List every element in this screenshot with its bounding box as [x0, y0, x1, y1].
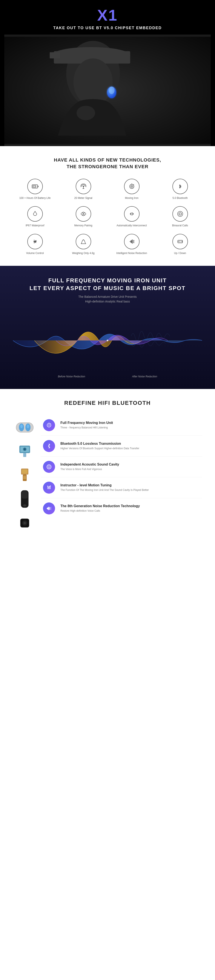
svg-rect-11	[38, 186, 39, 187]
svg-line-41	[133, 240, 134, 241]
svg-line-22	[133, 184, 134, 185]
hifi-features-list: Full Frequency Moving Iron Unit Three - …	[41, 415, 202, 535]
svg-point-88	[48, 487, 49, 487]
svg-point-82	[48, 466, 50, 468]
svg-point-55	[20, 424, 23, 428]
svg-point-9	[109, 87, 115, 94]
svg-point-6	[74, 58, 113, 106]
svg-rect-63	[22, 469, 27, 474]
sound-headline: FULL FREQUENCY MOVING IRON UNIT LET EVER…	[13, 277, 202, 292]
hifi-feature-2: Bluetooth 5.0 Lossless Transmission High…	[41, 436, 202, 457]
svg-rect-96	[49, 507, 50, 510]
hero-background-svg	[4, 35, 211, 146]
svg-point-78	[48, 424, 50, 426]
auto-connect-label: Automatically Interconnect	[117, 224, 147, 228]
svg-rect-38	[131, 240, 132, 243]
feature-auto-connect: Automatically Interconnect	[110, 206, 154, 228]
svg-point-32	[35, 240, 37, 242]
feature-waterproof: IP67 Waterproof	[13, 206, 57, 228]
waterproof-label: IP67 Waterproof	[26, 224, 44, 228]
hifi-icon-5	[43, 503, 55, 514]
svg-rect-51	[16, 423, 33, 432]
noise-reduction-label: Intelligent Noise Reduction	[116, 251, 147, 255]
hifi-icon-2	[43, 440, 55, 452]
svg-rect-94	[48, 508, 48, 509]
product-shot-4	[13, 487, 37, 511]
svg-line-43	[133, 242, 134, 243]
svg-marker-46	[182, 241, 182, 242]
moving-iron-icon	[124, 179, 140, 194]
feature-weight: Weighing Only 4.6g	[61, 234, 105, 255]
svg-rect-61	[23, 453, 26, 457]
bluetooth-icon	[172, 179, 188, 194]
svg-line-97	[51, 507, 51, 508]
svg-point-15	[83, 186, 84, 187]
hifi-icon-3	[43, 461, 55, 473]
svg-rect-66	[23, 477, 26, 478]
svg-rect-95	[48, 507, 49, 510]
weight-icon	[76, 234, 91, 249]
svg-line-99	[51, 509, 51, 510]
product-shot-3	[13, 463, 37, 487]
svg-point-76	[24, 523, 25, 523]
svg-rect-5	[50, 52, 60, 58]
features-grid: 100 + Hours Of Battery Life 20 Meter Sig…	[13, 179, 202, 255]
sound-subtext: The Balanced Armature Drive Unit Present…	[13, 294, 202, 304]
hifi-icon-1	[43, 419, 55, 431]
svg-point-71	[23, 504, 26, 506]
feature-volume: Volume Control	[13, 234, 57, 255]
moving-iron-label: Moving Iron	[125, 196, 138, 200]
svg-point-25	[178, 211, 183, 216]
hifi-product-images	[13, 415, 37, 535]
hifi-text-5: The 8th Generation Noise Reduction Techn…	[60, 504, 200, 513]
svg-point-56	[27, 424, 29, 428]
bluetooth-label: 5.0 Bluetooth	[172, 196, 188, 200]
hifi-feature-5: The 8th Generation Noise Reduction Techn…	[41, 498, 202, 519]
updown-label: Up / Down	[174, 251, 186, 255]
product-shot-2	[13, 439, 37, 463]
hifi-text-3: Independent Acoustic Sound Cavity The Vo…	[60, 463, 200, 471]
weight-label: Weighing Only 4.6g	[72, 251, 95, 255]
hero-image	[4, 35, 211, 146]
battery-label: 100 + Hours Of Battery Life	[19, 196, 51, 200]
svg-rect-39	[132, 239, 133, 244]
svg-point-26	[179, 213, 181, 215]
sound-section: FULL FREQUENCY MOVING IRON UNIT LET EVER…	[0, 266, 215, 389]
svg-rect-65	[23, 476, 26, 476]
hifi-feature-4: Instructor - level Motion Tuning The Fun…	[41, 477, 202, 498]
hifi-text-2: Bluetooth 5.0 Lossless Transmission High…	[60, 442, 200, 450]
svg-rect-40	[133, 240, 133, 243]
binaural-label: Binaural Calls	[172, 224, 188, 228]
svg-point-50	[107, 340, 108, 341]
svg-point-23	[81, 213, 83, 215]
after-noise-label: After Noise Reduction	[132, 375, 157, 379]
feature-binaural: Binaural Calls	[158, 206, 202, 228]
feature-bluetooth: 5.0 Bluetooth	[158, 179, 202, 200]
svg-point-81	[47, 465, 51, 469]
svg-point-20	[132, 186, 132, 187]
svg-point-87	[47, 486, 48, 487]
svg-point-90	[50, 485, 51, 486]
hero-title: X1	[4, 6, 211, 24]
svg-point-89	[49, 486, 50, 487]
hero-section: X1 TAKE OUT TO USE BT V5.0 CHIPSET EMBED…	[0, 0, 215, 146]
before-noise-label: Before Noise Reduction	[58, 375, 85, 379]
svg-line-37	[130, 242, 131, 242]
hifi-headline: REDEFINE HIFI BLUETOOTH	[13, 400, 202, 406]
hifi-content: Full Frequency Moving Iron Unit Three - …	[13, 415, 202, 535]
battery-icon	[27, 179, 43, 194]
hifi-text-4: Instructor - level Motion Tuning The Fun…	[60, 484, 200, 492]
features-headline: HAVE ALL KINDS OF NEW TECHNOLOGIES, THE …	[13, 157, 202, 170]
svg-marker-45	[178, 241, 179, 242]
product-shot-1	[13, 415, 37, 439]
svg-line-80	[50, 423, 51, 424]
noise-reduction-icon	[124, 234, 140, 249]
svg-point-7	[77, 106, 95, 120]
feature-noise-reduction: Intelligent Noise Reduction	[110, 234, 154, 255]
feature-memory: Memory Pairing	[61, 206, 105, 228]
hifi-section: REDEFINE HIFI BLUETOOTH	[0, 389, 215, 546]
auto-connect-icon	[124, 206, 140, 222]
updown-icon	[172, 234, 188, 249]
svg-rect-67	[23, 479, 26, 479]
hifi-feature-1: Full Frequency Moving Iron Unit Three - …	[41, 415, 202, 436]
